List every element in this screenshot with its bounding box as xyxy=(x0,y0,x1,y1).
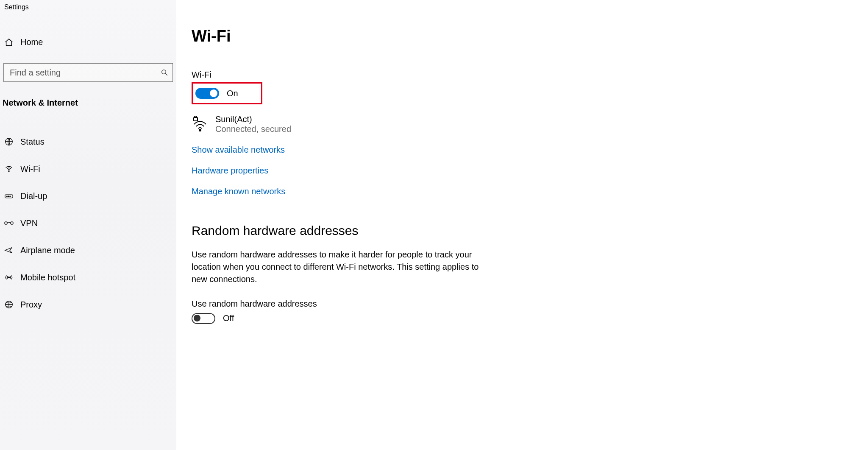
search-box[interactable] xyxy=(3,63,173,82)
sidebar-item-label: Mobile hotspot xyxy=(20,273,75,282)
connection-name: Sunil(Act) xyxy=(215,115,291,124)
sidebar-item-wifi[interactable]: Wi-Fi xyxy=(0,155,176,182)
status-icon xyxy=(3,137,14,146)
random-addresses-heading: Random hardware addresses xyxy=(192,224,851,238)
wifi-toggle[interactable] xyxy=(195,88,219,99)
svg-point-8 xyxy=(5,222,7,224)
svg-point-7 xyxy=(10,196,11,197)
link-manage-known-networks[interactable]: Manage known networks xyxy=(192,187,851,196)
sidebar-item-airplane[interactable]: Airplane mode xyxy=(0,237,176,264)
sidebar-item-label: Airplane mode xyxy=(20,246,75,255)
sidebar-item-label: Dial-up xyxy=(20,191,47,201)
sidebar-home[interactable]: Home xyxy=(0,37,176,47)
proxy-icon xyxy=(3,300,14,309)
random-toggle-state: Off xyxy=(223,313,234,323)
home-label: Home xyxy=(20,37,43,47)
page-title: Wi-Fi xyxy=(192,27,851,45)
random-addresses-toggle[interactable] xyxy=(192,313,215,324)
wifi-icon xyxy=(3,164,14,173)
home-icon xyxy=(3,38,14,47)
sidebar-section-title: Network & Internet xyxy=(3,98,176,108)
random-addresses-description: Use random hardware addresses to make it… xyxy=(192,249,480,285)
sidebar-item-label: Wi-Fi xyxy=(20,164,40,174)
sidebar-item-proxy[interactable]: Proxy xyxy=(0,291,176,318)
sidebar-item-label: VPN xyxy=(20,218,38,228)
svg-point-3 xyxy=(8,170,9,171)
svg-point-10 xyxy=(8,277,10,278)
link-show-networks[interactable]: Show available networks xyxy=(192,145,851,155)
sidebar: Settings Home Network & xyxy=(0,0,176,450)
dialup-icon xyxy=(3,192,14,200)
svg-rect-13 xyxy=(194,117,198,121)
svg-point-9 xyxy=(11,222,13,224)
sidebar-item-dialup[interactable]: Dial-up xyxy=(0,182,176,210)
sidebar-item-status[interactable]: Status xyxy=(0,128,176,155)
sidebar-item-label: Proxy xyxy=(20,300,42,310)
link-hardware-properties[interactable]: Hardware properties xyxy=(192,166,851,176)
connection-status: Connected, secured xyxy=(215,124,291,134)
airplane-icon xyxy=(3,246,14,255)
svg-point-5 xyxy=(7,196,8,197)
svg-point-0 xyxy=(162,70,166,74)
sidebar-nav: Status Wi-Fi xyxy=(0,128,176,318)
main-content: Wi-Fi Wi-Fi On xyxy=(176,0,868,450)
svg-line-1 xyxy=(165,73,167,75)
random-toggle-label: Use random hardware addresses xyxy=(192,299,851,309)
wifi-toggle-state: On xyxy=(227,89,238,98)
svg-point-6 xyxy=(8,196,9,197)
current-connection[interactable]: Sunil(Act) Connected, secured xyxy=(192,115,851,134)
wifi-secured-icon xyxy=(192,116,209,133)
search-input[interactable] xyxy=(9,67,161,78)
sidebar-item-vpn[interactable]: VPN xyxy=(0,210,176,237)
search-icon xyxy=(161,69,168,76)
wifi-toggle-highlight: On xyxy=(192,82,262,104)
sidebar-item-hotspot[interactable]: Mobile hotspot xyxy=(0,264,176,291)
wifi-toggle-label: Wi-Fi xyxy=(192,70,851,80)
svg-point-12 xyxy=(199,129,201,131)
app-title: Settings xyxy=(0,1,176,11)
vpn-icon xyxy=(3,219,14,227)
sidebar-item-label: Status xyxy=(20,137,45,147)
hotspot-icon xyxy=(3,273,14,282)
